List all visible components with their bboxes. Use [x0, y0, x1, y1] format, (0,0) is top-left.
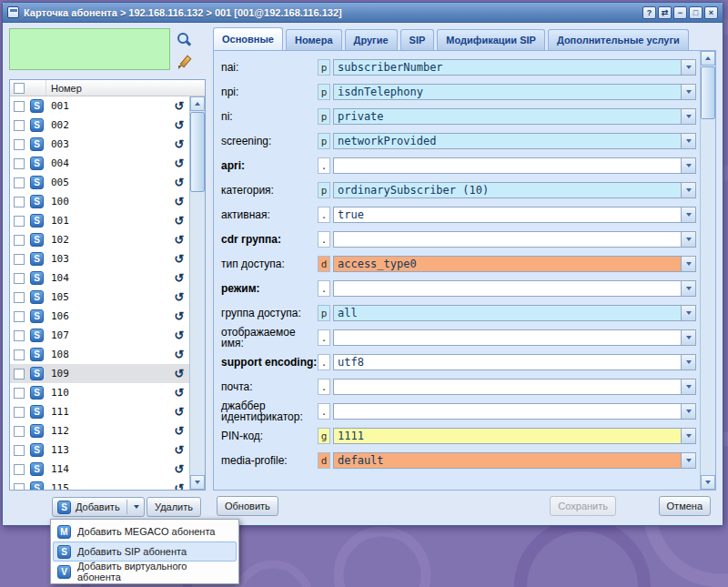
subscriber-row[interactable]: S106↺ [10, 307, 189, 326]
row-checkbox[interactable] [14, 349, 25, 360]
field-input[interactable]: 1111 [333, 428, 681, 444]
subscriber-row[interactable]: S104↺ [10, 268, 189, 288]
refresh-button[interactable]: Обновить [217, 496, 278, 516]
row-checkbox[interactable] [14, 330, 25, 341]
history-icon[interactable]: ↺ [169, 386, 189, 400]
history-icon[interactable]: ↺ [169, 118, 189, 132]
dropdown-trigger[interactable] [681, 256, 696, 272]
history-icon[interactable]: ↺ [169, 271, 189, 285]
row-checkbox[interactable] [14, 445, 25, 456]
field-input[interactable] [333, 280, 681, 297]
dropdown-trigger[interactable] [681, 305, 696, 321]
field-input[interactable]: networkProvided [333, 133, 681, 149]
subscriber-row[interactable]: S004↺ [10, 154, 189, 173]
number-column-header[interactable]: Номер [46, 80, 205, 96]
subscriber-row[interactable]: S109↺ [10, 364, 189, 383]
row-checkbox[interactable] [14, 235, 25, 246]
field-input[interactable]: default [333, 452, 681, 469]
row-checkbox[interactable] [14, 292, 25, 303]
chevron-down-icon[interactable] [134, 505, 139, 509]
dropdown-trigger[interactable] [681, 84, 696, 100]
tab-3[interactable]: Другие [345, 29, 398, 50]
field-input[interactable] [333, 157, 681, 174]
field-input[interactable]: private [333, 108, 681, 125]
history-icon[interactable]: ↺ [169, 462, 189, 476]
subscriber-row[interactable]: S102↺ [10, 230, 189, 249]
field-input[interactable]: subscriberNumber [333, 59, 681, 76]
field-input[interactable] [333, 231, 681, 248]
add-button[interactable]: S Добавить [52, 497, 145, 517]
close-button[interactable]: × [704, 6, 718, 19]
subscriber-row[interactable]: S100↺ [10, 192, 189, 211]
row-checkbox[interactable] [14, 407, 25, 418]
menu-item[interactable]: SДобавить SIP абонента [53, 541, 237, 562]
list-scrollbar[interactable] [189, 96, 205, 490]
history-icon[interactable]: ↺ [169, 367, 189, 380]
scroll-up-icon[interactable] [701, 51, 715, 66]
swap-button[interactable]: ⇄ [658, 6, 672, 19]
row-checkbox[interactable] [14, 426, 25, 437]
tab-1[interactable]: Основные [213, 27, 283, 50]
dropdown-trigger[interactable] [681, 428, 696, 444]
subscriber-row[interactable]: S111↺ [10, 402, 189, 421]
dropdown-trigger[interactable] [681, 280, 696, 297]
history-icon[interactable]: ↺ [169, 233, 189, 247]
dropdown-trigger[interactable] [681, 379, 696, 395]
maximize-button[interactable]: □ [689, 6, 703, 19]
history-icon[interactable]: ↺ [169, 424, 189, 438]
scroll-up-icon[interactable] [190, 96, 205, 111]
subscriber-row[interactable]: S108↺ [10, 345, 189, 364]
history-icon[interactable]: ↺ [169, 252, 189, 266]
row-checkbox[interactable] [14, 197, 25, 207]
dropdown-trigger[interactable] [681, 329, 696, 346]
dropdown-trigger[interactable] [681, 231, 696, 248]
cancel-button[interactable]: Отмена [659, 496, 711, 516]
dropdown-trigger[interactable] [681, 108, 696, 125]
row-checkbox[interactable] [14, 369, 25, 380]
subscriber-row[interactable]: S113↺ [10, 440, 189, 460]
subscriber-row[interactable]: S003↺ [10, 135, 189, 154]
dropdown-trigger[interactable] [681, 207, 696, 223]
field-input[interactable]: true [333, 207, 681, 223]
tab-4[interactable]: SIP [400, 29, 435, 50]
history-icon[interactable]: ↺ [169, 99, 189, 113]
history-icon[interactable]: ↺ [169, 157, 189, 170]
menu-item[interactable]: VДобавить виртуального абонента [53, 562, 237, 582]
subscriber-row[interactable]: S112↺ [10, 421, 189, 440]
delete-button[interactable]: Удалить [147, 497, 201, 517]
field-input[interactable]: isdnTelephony [333, 84, 681, 100]
dropdown-trigger[interactable] [681, 59, 696, 76]
dropdown-trigger[interactable] [681, 133, 696, 149]
row-checkbox[interactable] [14, 139, 25, 150]
subscriber-row[interactable]: S105↺ [10, 288, 189, 307]
row-checkbox[interactable] [14, 101, 25, 112]
field-input[interactable]: ordinarySubscriber (10) [333, 182, 681, 198]
history-icon[interactable]: ↺ [169, 309, 189, 323]
tab-5[interactable]: Модификации SIP [437, 29, 545, 50]
history-icon[interactable]: ↺ [169, 214, 189, 228]
subscriber-row[interactable]: S114↺ [10, 460, 189, 479]
dropdown-trigger[interactable] [681, 182, 696, 198]
history-icon[interactable]: ↺ [169, 195, 189, 208]
window-titlebar[interactable]: Карточка абонента > 192.168.116.132 > 00… [3, 3, 723, 23]
form-scrollbar[interactable] [700, 51, 715, 490]
search-button[interactable] [176, 31, 192, 47]
row-checkbox[interactable] [14, 120, 25, 131]
dropdown-trigger[interactable] [681, 452, 696, 469]
subscriber-row[interactable]: S103↺ [10, 249, 189, 268]
dropdown-trigger[interactable] [681, 157, 696, 174]
scrollbar-thumb[interactable] [190, 112, 205, 192]
field-input[interactable]: all [333, 305, 681, 321]
row-checkbox[interactable] [14, 464, 25, 475]
history-icon[interactable]: ↺ [169, 176, 189, 189]
minimize-button[interactable]: − [673, 6, 687, 19]
scroll-down-icon[interactable] [190, 475, 205, 490]
subscriber-row[interactable]: S107↺ [10, 326, 189, 345]
history-icon[interactable]: ↺ [169, 348, 189, 361]
history-icon[interactable]: ↺ [169, 405, 189, 419]
dropdown-trigger[interactable] [681, 403, 696, 420]
scroll-down-icon[interactable] [701, 475, 715, 490]
row-checkbox[interactable] [14, 273, 25, 284]
row-checkbox[interactable] [14, 216, 25, 227]
subscriber-row[interactable]: S005↺ [10, 173, 189, 192]
